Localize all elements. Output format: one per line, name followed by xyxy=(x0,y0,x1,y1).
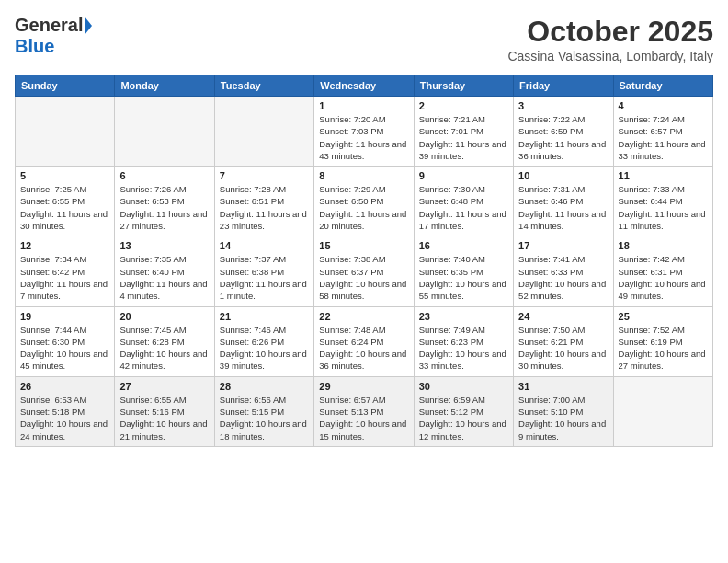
day-info: Sunrise: 7:46 AMSunset: 6:26 PMDaylight:… xyxy=(220,324,309,373)
day-number: 14 xyxy=(220,240,309,251)
day-number: 21 xyxy=(220,311,309,322)
calendar-cell xyxy=(214,97,313,167)
calendar-cell: 11Sunrise: 7:33 AMSunset: 6:44 PMDayligh… xyxy=(613,167,712,236)
day-number: 22 xyxy=(319,311,408,322)
calendar-cell: 25Sunrise: 7:52 AMSunset: 6:19 PMDayligh… xyxy=(613,306,712,376)
day-number: 8 xyxy=(319,170,408,181)
day-number: 1 xyxy=(319,100,408,111)
day-number: 20 xyxy=(119,311,209,322)
calendar-cell: 15Sunrise: 7:38 AMSunset: 6:37 PMDayligh… xyxy=(314,236,414,306)
day-number: 19 xyxy=(20,311,109,322)
day-info: Sunrise: 7:20 AMSunset: 7:03 PMDaylight:… xyxy=(319,113,408,162)
calendar-cell: 27Sunrise: 6:55 AMSunset: 5:16 PMDayligh… xyxy=(115,376,214,446)
calendar-cell: 4Sunrise: 7:24 AMSunset: 6:57 PMDaylight… xyxy=(613,97,712,167)
day-info: Sunrise: 7:41 AMSunset: 6:33 PMDaylight:… xyxy=(518,253,608,302)
calendar-cell: 5Sunrise: 7:25 AMSunset: 6:55 PMDaylight… xyxy=(16,167,115,236)
col-saturday: Saturday xyxy=(613,75,712,97)
day-info: Sunrise: 7:37 AMSunset: 6:38 PMDaylight:… xyxy=(220,253,309,302)
day-number: 27 xyxy=(119,381,209,392)
col-wednesday: Wednesday xyxy=(314,75,414,97)
day-number: 2 xyxy=(419,100,508,111)
day-info: Sunrise: 6:55 AMSunset: 5:16 PMDaylight:… xyxy=(119,394,209,442)
col-tuesday: Tuesday xyxy=(214,75,313,97)
day-number: 24 xyxy=(518,311,608,322)
logo-arrow-icon xyxy=(85,17,92,35)
location-title: Cassina Valsassina, Lombardy, Italy xyxy=(507,49,713,63)
day-number: 10 xyxy=(518,170,608,181)
calendar-week-row: 26Sunrise: 6:53 AMSunset: 5:18 PMDayligh… xyxy=(16,376,713,446)
calendar-cell xyxy=(16,97,115,167)
calendar-cell xyxy=(613,376,712,446)
day-number: 31 xyxy=(518,381,608,392)
day-info: Sunrise: 7:29 AMSunset: 6:50 PMDaylight:… xyxy=(319,183,408,232)
day-info: Sunrise: 7:26 AMSunset: 6:53 PMDaylight:… xyxy=(119,183,209,232)
day-info: Sunrise: 7:31 AMSunset: 6:46 PMDaylight:… xyxy=(518,183,608,232)
day-number: 28 xyxy=(220,381,309,392)
day-info: Sunrise: 7:24 AMSunset: 6:57 PMDaylight:… xyxy=(619,113,708,162)
calendar-cell: 7Sunrise: 7:28 AMSunset: 6:51 PMDaylight… xyxy=(214,167,313,236)
day-info: Sunrise: 7:30 AMSunset: 6:48 PMDaylight:… xyxy=(419,183,508,232)
calendar-cell: 29Sunrise: 6:57 AMSunset: 5:13 PMDayligh… xyxy=(314,376,414,446)
day-info: Sunrise: 7:00 AMSunset: 5:10 PMDaylight:… xyxy=(518,394,608,442)
day-number: 11 xyxy=(619,170,708,181)
calendar-week-row: 12Sunrise: 7:34 AMSunset: 6:42 PMDayligh… xyxy=(16,236,713,306)
day-info: Sunrise: 7:45 AMSunset: 6:28 PMDaylight:… xyxy=(119,324,209,373)
day-number: 5 xyxy=(20,170,109,181)
calendar-cell: 1Sunrise: 7:20 AMSunset: 7:03 PMDaylight… xyxy=(314,97,414,167)
day-info: Sunrise: 7:52 AMSunset: 6:19 PMDaylight:… xyxy=(619,324,708,373)
calendar-header-row: Sunday Monday Tuesday Wednesday Thursday… xyxy=(16,75,713,97)
day-info: Sunrise: 7:33 AMSunset: 6:44 PMDaylight:… xyxy=(619,183,708,232)
calendar-cell: 21Sunrise: 7:46 AMSunset: 6:26 PMDayligh… xyxy=(214,306,313,376)
calendar-cell: 19Sunrise: 7:44 AMSunset: 6:30 PMDayligh… xyxy=(16,306,115,376)
day-number: 12 xyxy=(20,240,109,251)
day-number: 29 xyxy=(319,381,408,392)
calendar-cell: 31Sunrise: 7:00 AMSunset: 5:10 PMDayligh… xyxy=(514,376,613,446)
day-info: Sunrise: 7:21 AMSunset: 7:01 PMDaylight:… xyxy=(419,113,508,162)
day-number: 23 xyxy=(419,311,508,322)
day-number: 16 xyxy=(419,240,508,251)
calendar-cell: 17Sunrise: 7:41 AMSunset: 6:33 PMDayligh… xyxy=(514,236,613,306)
calendar-cell: 3Sunrise: 7:22 AMSunset: 6:59 PMDaylight… xyxy=(514,97,613,167)
day-number: 13 xyxy=(119,240,209,251)
calendar-cell: 16Sunrise: 7:40 AMSunset: 6:35 PMDayligh… xyxy=(414,236,513,306)
calendar-cell: 18Sunrise: 7:42 AMSunset: 6:31 PMDayligh… xyxy=(613,236,712,306)
day-info: Sunrise: 7:48 AMSunset: 6:24 PMDaylight:… xyxy=(319,324,408,373)
day-number: 26 xyxy=(20,381,109,392)
col-sunday: Sunday xyxy=(16,75,115,97)
calendar-cell: 28Sunrise: 6:56 AMSunset: 5:15 PMDayligh… xyxy=(214,376,313,446)
page-header: General Blue October 2025 Cassina Valsas… xyxy=(15,15,713,63)
day-info: Sunrise: 7:22 AMSunset: 6:59 PMDaylight:… xyxy=(518,113,608,162)
calendar-cell: 24Sunrise: 7:50 AMSunset: 6:21 PMDayligh… xyxy=(514,306,613,376)
day-info: Sunrise: 7:44 AMSunset: 6:30 PMDaylight:… xyxy=(20,324,109,373)
day-info: Sunrise: 7:50 AMSunset: 6:21 PMDaylight:… xyxy=(518,324,608,373)
day-info: Sunrise: 6:59 AMSunset: 5:12 PMDaylight:… xyxy=(419,394,508,442)
day-info: Sunrise: 7:40 AMSunset: 6:35 PMDaylight:… xyxy=(419,253,508,302)
month-title: October 2025 xyxy=(507,15,713,49)
col-monday: Monday xyxy=(115,75,214,97)
calendar-cell: 26Sunrise: 6:53 AMSunset: 5:18 PMDayligh… xyxy=(16,376,115,446)
day-number: 25 xyxy=(619,311,708,322)
day-info: Sunrise: 7:35 AMSunset: 6:40 PMDaylight:… xyxy=(119,253,209,302)
day-info: Sunrise: 7:28 AMSunset: 6:51 PMDaylight:… xyxy=(220,183,309,232)
calendar-cell: 8Sunrise: 7:29 AMSunset: 6:50 PMDaylight… xyxy=(314,167,414,236)
logo-blue-text: Blue xyxy=(15,36,54,57)
calendar-cell: 22Sunrise: 7:48 AMSunset: 6:24 PMDayligh… xyxy=(314,306,414,376)
day-info: Sunrise: 6:53 AMSunset: 5:18 PMDaylight:… xyxy=(20,394,109,442)
day-info: Sunrise: 7:42 AMSunset: 6:31 PMDaylight:… xyxy=(619,253,708,302)
day-info: Sunrise: 7:38 AMSunset: 6:37 PMDaylight:… xyxy=(319,253,408,302)
day-number: 6 xyxy=(119,170,209,181)
calendar-cell: 13Sunrise: 7:35 AMSunset: 6:40 PMDayligh… xyxy=(115,236,214,306)
col-friday: Friday xyxy=(514,75,613,97)
day-info: Sunrise: 7:49 AMSunset: 6:23 PMDaylight:… xyxy=(419,324,508,373)
calendar-cell: 10Sunrise: 7:31 AMSunset: 6:46 PMDayligh… xyxy=(514,167,613,236)
calendar-cell: 12Sunrise: 7:34 AMSunset: 6:42 PMDayligh… xyxy=(16,236,115,306)
day-info: Sunrise: 6:56 AMSunset: 5:15 PMDaylight:… xyxy=(220,394,309,442)
day-number: 18 xyxy=(619,240,708,251)
day-number: 15 xyxy=(319,240,408,251)
day-number: 30 xyxy=(419,381,508,392)
day-info: Sunrise: 7:34 AMSunset: 6:42 PMDaylight:… xyxy=(20,253,109,302)
day-info: Sunrise: 7:25 AMSunset: 6:55 PMDaylight:… xyxy=(20,183,109,232)
calendar-cell: 6Sunrise: 7:26 AMSunset: 6:53 PMDaylight… xyxy=(115,167,214,236)
day-number: 17 xyxy=(518,240,608,251)
day-number: 3 xyxy=(518,100,608,111)
